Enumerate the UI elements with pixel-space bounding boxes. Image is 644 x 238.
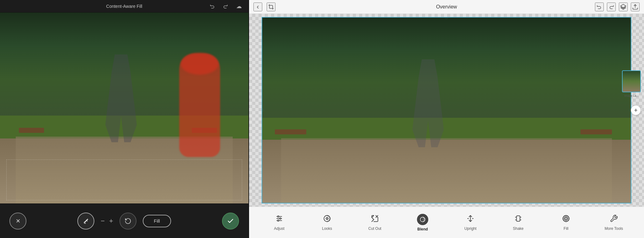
svg-point-8: [280, 218, 281, 219]
left-panel: Content-Aware Fill ☁: [0, 0, 248, 238]
left-image-area: [0, 13, 248, 203]
left-bottom-bar: ✕ − + Fill: [0, 203, 248, 238]
fill-button[interactable]: Fill: [143, 215, 171, 227]
fill-tool-icon: [562, 214, 570, 224]
left-panel-title: Content-Aware Fill: [106, 4, 142, 9]
right-header: ‹ Overview: [249, 0, 644, 14]
upright-icon: [466, 214, 475, 224]
restore-button[interactable]: [119, 213, 136, 230]
back-button[interactable]: ‹: [253, 3, 262, 11]
shake-icon: [514, 214, 522, 224]
right-scene: [262, 18, 631, 203]
adjust-label: Adjust: [274, 226, 284, 231]
right-panel-title: Overview: [436, 4, 457, 10]
shake-label: Shake: [513, 226, 524, 231]
svg-rect-17: [517, 216, 520, 221]
blend-icon: [417, 214, 428, 225]
right-photo-container: [262, 17, 631, 203]
more-tools-icon: [610, 214, 618, 224]
cutout-tool[interactable]: Cut Out: [364, 214, 386, 231]
cloud-button[interactable]: ☁: [235, 2, 243, 11]
more-tools-label: More Tools: [605, 226, 623, 231]
right-header-left: ‹: [253, 3, 275, 11]
cutout-icon: [371, 214, 379, 224]
fill-tool-label: Fill: [564, 226, 568, 231]
looks-tool[interactable]: Looks: [316, 214, 338, 231]
brush-tool-button[interactable]: [77, 213, 94, 230]
confirm-button[interactable]: [222, 213, 239, 230]
shake-tool[interactable]: Shake: [507, 214, 529, 231]
plus-button[interactable]: +: [109, 217, 113, 225]
adjust-icon: [275, 214, 283, 224]
looks-icon: [323, 214, 331, 224]
right-image-area: Image La...: [249, 14, 644, 207]
right-panel: ‹ Overview: [249, 0, 644, 238]
upright-tool[interactable]: Upright: [459, 214, 481, 231]
right-bottom-bar: Adjust Looks: [249, 207, 644, 238]
redo-button[interactable]: [221, 2, 230, 11]
svg-point-9: [278, 220, 279, 221]
adjust-tool[interactable]: Adjust: [268, 214, 290, 231]
svg-point-7: [278, 216, 279, 217]
fill-button-label: Fill: [154, 218, 160, 224]
looks-label: Looks: [322, 226, 332, 231]
right-undo-button[interactable]: [595, 3, 604, 11]
cutout-label: Cut Out: [368, 226, 381, 231]
svg-point-24: [564, 217, 568, 220]
layer-thumbnail[interactable]: [622, 70, 641, 92]
layer-thumb-label: Image La...: [622, 94, 641, 97]
left-header: Content-Aware Fill ☁: [0, 0, 248, 13]
upright-label: Upright: [464, 226, 477, 231]
layers-button[interactable]: [619, 3, 628, 11]
zoom-in-button[interactable]: [631, 105, 641, 115]
undo-button[interactable]: [208, 2, 217, 11]
bottom-center-tools: − + Fill: [77, 213, 171, 230]
fill-tool[interactable]: Fill: [555, 214, 577, 231]
blend-label: Blend: [417, 227, 428, 231]
svg-point-11: [326, 217, 328, 219]
close-button[interactable]: ✕: [9, 213, 26, 230]
minus-button[interactable]: −: [101, 217, 105, 225]
size-controls: − +: [101, 217, 113, 225]
crop-icon-button[interactable]: [267, 3, 275, 11]
left-scene: [0, 13, 248, 203]
right-header-icons: [595, 3, 640, 11]
export-button[interactable]: [631, 3, 640, 11]
more-tools-tool[interactable]: More Tools: [603, 214, 625, 231]
blend-tool[interactable]: Blend: [412, 214, 434, 231]
right-redo-button[interactable]: [607, 3, 616, 11]
